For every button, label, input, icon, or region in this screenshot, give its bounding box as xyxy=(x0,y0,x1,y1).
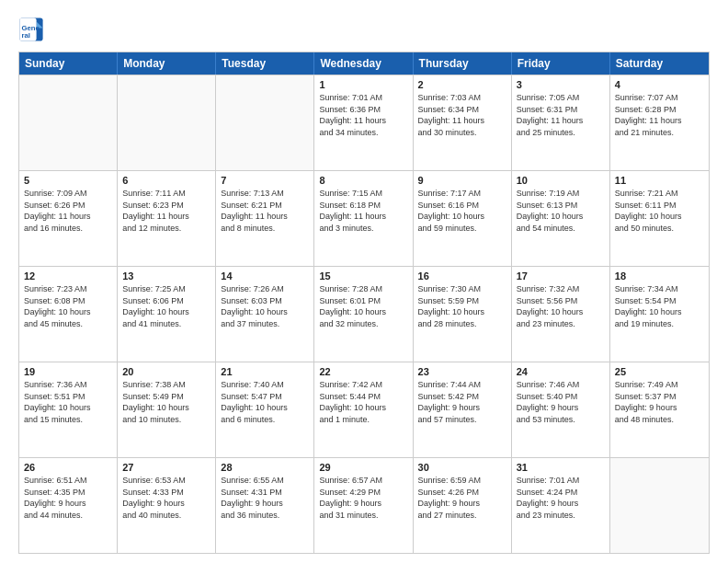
day-cell: 8Sunrise: 7:15 AM Sunset: 6:18 PM Daylig… xyxy=(314,171,413,266)
day-info: Sunrise: 7:32 AM Sunset: 5:56 PM Dayligh… xyxy=(517,283,605,329)
day-number: 15 xyxy=(319,270,407,282)
day-number: 23 xyxy=(418,366,506,377)
day-cell: 31Sunrise: 7:01 AM Sunset: 4:24 PM Dayli… xyxy=(512,458,610,553)
weekday-header: Monday xyxy=(118,52,216,75)
day-info: Sunrise: 7:01 AM Sunset: 4:24 PM Dayligh… xyxy=(517,475,605,521)
day-number: 22 xyxy=(319,366,407,377)
day-number: 5 xyxy=(24,175,112,186)
day-cell: 1Sunrise: 7:01 AM Sunset: 6:36 PM Daylig… xyxy=(314,75,413,170)
day-info: Sunrise: 7:25 AM Sunset: 6:06 PM Dayligh… xyxy=(122,283,210,329)
empty-cell xyxy=(19,75,118,170)
day-info: Sunrise: 7:36 AM Sunset: 5:51 PM Dayligh… xyxy=(24,379,112,425)
day-info: Sunrise: 7:13 AM Sunset: 6:21 PM Dayligh… xyxy=(221,188,309,234)
day-cell: 13Sunrise: 7:25 AM Sunset: 6:06 PM Dayli… xyxy=(118,267,216,362)
day-cell: 20Sunrise: 7:38 AM Sunset: 5:49 PM Dayli… xyxy=(118,362,216,457)
weekday-header: Thursday xyxy=(414,52,512,75)
calendar-body: 1Sunrise: 7:01 AM Sunset: 6:36 PM Daylig… xyxy=(19,75,709,553)
day-info: Sunrise: 7:49 AM Sunset: 5:37 PM Dayligh… xyxy=(615,379,704,425)
calendar: SundayMondayTuesdayWednesdayThursdayFrid… xyxy=(18,52,710,554)
day-cell: 2Sunrise: 7:03 AM Sunset: 6:34 PM Daylig… xyxy=(414,75,512,170)
weekday-header: Sunday xyxy=(19,52,118,75)
day-number: 6 xyxy=(122,175,210,186)
day-info: Sunrise: 7:30 AM Sunset: 5:59 PM Dayligh… xyxy=(418,283,506,329)
day-info: Sunrise: 6:53 AM Sunset: 4:33 PM Dayligh… xyxy=(122,475,210,521)
day-number: 30 xyxy=(418,462,506,473)
day-cell: 23Sunrise: 7:44 AM Sunset: 5:42 PM Dayli… xyxy=(414,362,512,457)
day-number: 21 xyxy=(221,366,309,377)
weekday-header: Saturday xyxy=(610,52,709,75)
day-info: Sunrise: 7:11 AM Sunset: 6:23 PM Dayligh… xyxy=(122,188,210,234)
day-info: Sunrise: 7:21 AM Sunset: 6:11 PM Dayligh… xyxy=(615,188,704,234)
day-cell: 28Sunrise: 6:55 AM Sunset: 4:31 PM Dayli… xyxy=(216,458,314,553)
day-info: Sunrise: 7:05 AM Sunset: 6:31 PM Dayligh… xyxy=(517,92,605,138)
day-info: Sunrise: 7:15 AM Sunset: 6:18 PM Dayligh… xyxy=(319,188,407,234)
day-number: 4 xyxy=(615,79,704,90)
calendar-header: SundayMondayTuesdayWednesdayThursdayFrid… xyxy=(19,52,709,75)
day-cell: 22Sunrise: 7:42 AM Sunset: 5:44 PM Dayli… xyxy=(314,362,413,457)
day-info: Sunrise: 6:51 AM Sunset: 4:35 PM Dayligh… xyxy=(24,475,112,521)
day-cell: 16Sunrise: 7:30 AM Sunset: 5:59 PM Dayli… xyxy=(414,267,512,362)
header: Gene- ral xyxy=(18,17,710,42)
empty-cell xyxy=(118,75,216,170)
day-number: 31 xyxy=(517,462,605,473)
day-cell: 14Sunrise: 7:26 AM Sunset: 6:03 PM Dayli… xyxy=(216,267,314,362)
day-number: 26 xyxy=(24,462,112,473)
day-cell: 9Sunrise: 7:17 AM Sunset: 6:16 PM Daylig… xyxy=(414,171,512,266)
day-number: 17 xyxy=(517,270,605,282)
day-cell: 10Sunrise: 7:19 AM Sunset: 6:13 PM Dayli… xyxy=(512,171,610,266)
calendar-row: 5Sunrise: 7:09 AM Sunset: 6:26 PM Daylig… xyxy=(19,170,709,266)
day-number: 25 xyxy=(615,366,704,377)
day-number: 20 xyxy=(122,366,210,377)
day-cell: 19Sunrise: 7:36 AM Sunset: 5:51 PM Dayli… xyxy=(19,362,118,457)
calendar-row: 12Sunrise: 7:23 AM Sunset: 6:08 PM Dayli… xyxy=(19,266,709,362)
day-number: 19 xyxy=(24,366,112,377)
day-info: Sunrise: 7:19 AM Sunset: 6:13 PM Dayligh… xyxy=(517,188,605,234)
day-cell: 21Sunrise: 7:40 AM Sunset: 5:47 PM Dayli… xyxy=(216,362,314,457)
day-cell: 5Sunrise: 7:09 AM Sunset: 6:26 PM Daylig… xyxy=(19,171,118,266)
weekday-header: Friday xyxy=(512,52,610,75)
day-cell: 15Sunrise: 7:28 AM Sunset: 6:01 PM Dayli… xyxy=(314,267,413,362)
day-info: Sunrise: 6:57 AM Sunset: 4:29 PM Dayligh… xyxy=(319,475,407,521)
day-number: 3 xyxy=(517,79,605,90)
day-info: Sunrise: 7:34 AM Sunset: 5:54 PM Dayligh… xyxy=(615,283,704,329)
day-cell: 24Sunrise: 7:46 AM Sunset: 5:40 PM Dayli… xyxy=(512,362,610,457)
weekday-header: Tuesday xyxy=(216,52,314,75)
calendar-row: 1Sunrise: 7:01 AM Sunset: 6:36 PM Daylig… xyxy=(19,75,709,170)
page: Gene- ral SundayMondayTuesdayWednesdayTh… xyxy=(0,0,728,563)
empty-cell xyxy=(216,75,314,170)
day-info: Sunrise: 6:55 AM Sunset: 4:31 PM Dayligh… xyxy=(221,475,309,521)
day-cell: 26Sunrise: 6:51 AM Sunset: 4:35 PM Dayli… xyxy=(19,458,118,553)
day-cell: 3Sunrise: 7:05 AM Sunset: 6:31 PM Daylig… xyxy=(512,75,610,170)
day-number: 18 xyxy=(615,270,704,282)
day-number: 27 xyxy=(122,462,210,473)
day-cell: 29Sunrise: 6:57 AM Sunset: 4:29 PM Dayli… xyxy=(314,458,413,553)
day-cell: 12Sunrise: 7:23 AM Sunset: 6:08 PM Dayli… xyxy=(19,267,118,362)
day-cell: 17Sunrise: 7:32 AM Sunset: 5:56 PM Dayli… xyxy=(512,267,610,362)
day-number: 11 xyxy=(615,175,704,186)
day-cell: 4Sunrise: 7:07 AM Sunset: 6:28 PM Daylig… xyxy=(610,75,709,170)
day-info: Sunrise: 7:44 AM Sunset: 5:42 PM Dayligh… xyxy=(418,379,506,425)
logo: Gene- ral xyxy=(18,17,48,42)
day-number: 24 xyxy=(517,366,605,377)
day-cell: 27Sunrise: 6:53 AM Sunset: 4:33 PM Dayli… xyxy=(118,458,216,553)
day-cell: 11Sunrise: 7:21 AM Sunset: 6:11 PM Dayli… xyxy=(610,171,709,266)
day-info: Sunrise: 7:42 AM Sunset: 5:44 PM Dayligh… xyxy=(319,379,407,425)
calendar-row: 26Sunrise: 6:51 AM Sunset: 4:35 PM Dayli… xyxy=(19,457,709,553)
logo-icon: Gene- ral xyxy=(18,17,44,42)
day-info: Sunrise: 7:07 AM Sunset: 6:28 PM Dayligh… xyxy=(615,92,704,138)
day-info: Sunrise: 6:59 AM Sunset: 4:26 PM Dayligh… xyxy=(418,475,506,521)
day-info: Sunrise: 7:40 AM Sunset: 5:47 PM Dayligh… xyxy=(221,379,309,425)
day-number: 8 xyxy=(319,175,407,186)
day-info: Sunrise: 7:46 AM Sunset: 5:40 PM Dayligh… xyxy=(517,379,605,425)
day-info: Sunrise: 7:03 AM Sunset: 6:34 PM Dayligh… xyxy=(418,92,506,138)
day-cell: 30Sunrise: 6:59 AM Sunset: 4:26 PM Dayli… xyxy=(414,458,512,553)
day-number: 12 xyxy=(24,270,112,282)
day-info: Sunrise: 7:17 AM Sunset: 6:16 PM Dayligh… xyxy=(418,188,506,234)
svg-text:ral: ral xyxy=(22,31,30,40)
empty-cell xyxy=(610,458,709,553)
day-number: 29 xyxy=(319,462,407,473)
day-number: 1 xyxy=(319,79,407,90)
day-number: 7 xyxy=(221,175,309,186)
day-info: Sunrise: 7:23 AM Sunset: 6:08 PM Dayligh… xyxy=(24,283,112,329)
day-info: Sunrise: 7:38 AM Sunset: 5:49 PM Dayligh… xyxy=(122,379,210,425)
